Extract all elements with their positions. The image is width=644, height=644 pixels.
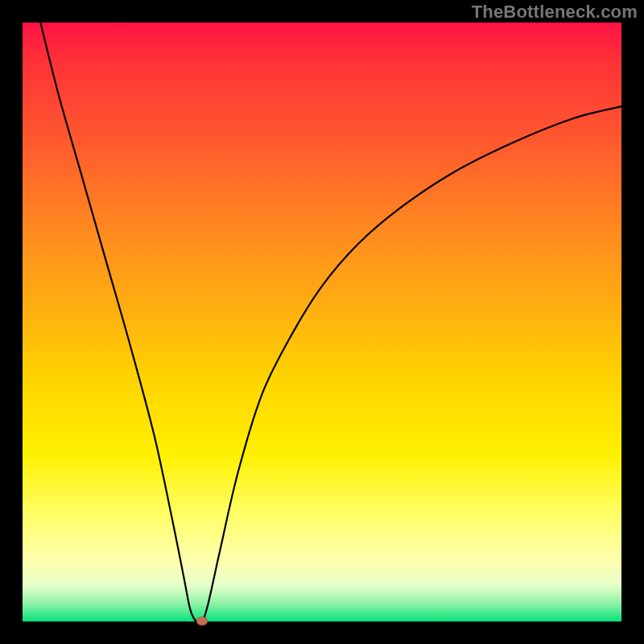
bottleneck-curve	[23, 23, 621, 621]
plot-area	[23, 23, 621, 621]
watermark-text: TheBottleneck.com	[472, 2, 638, 23]
curve-path	[40, 23, 621, 623]
chart-frame: TheBottleneck.com	[0, 0, 644, 644]
minimum-marker	[196, 617, 208, 625]
